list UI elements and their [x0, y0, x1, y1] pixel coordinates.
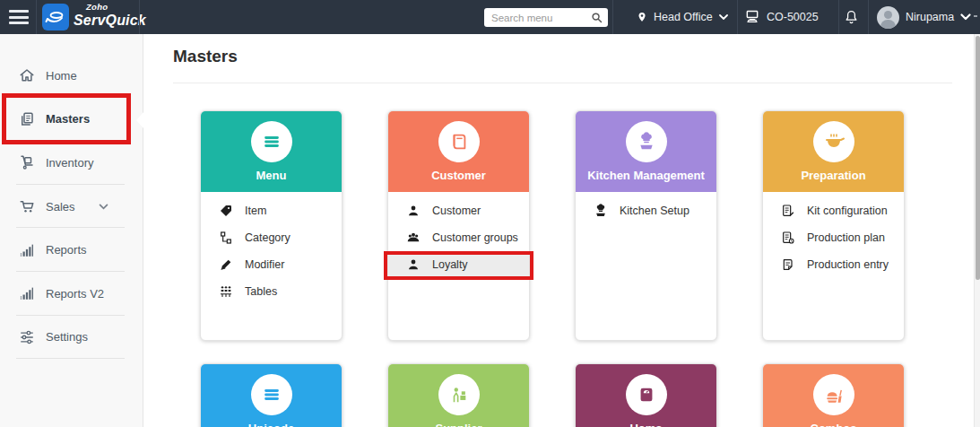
card-unicode-header[interactable]: Unicode: [201, 364, 342, 427]
item-label: Category: [245, 231, 291, 244]
logo-glyph-icon: [42, 4, 69, 30]
item-label: Tables: [245, 285, 277, 298]
card-icon-circle: [813, 121, 854, 162]
masters-icon: [19, 111, 35, 127]
sidebar-item-label: Reports V2: [46, 287, 104, 301]
menu-lines-icon: [262, 385, 282, 405]
production-plan-icon: [781, 231, 795, 245]
supplier-icon: [449, 385, 469, 405]
reports-icon: [19, 285, 35, 301]
inventory-icon: [19, 154, 35, 170]
scrollbar-top-cap: [974, 15, 977, 17]
terminal-label: CO-50025: [767, 11, 819, 23]
card-icon-circle: [251, 121, 292, 162]
topbar-divider: [737, 0, 738, 34]
topbar-divider: [838, 0, 839, 34]
chevron-down-icon: [719, 14, 728, 20]
sidebar-item-masters[interactable]: Masters: [0, 98, 143, 142]
card-customer-header[interactable]: Customer: [388, 111, 529, 192]
search-icon[interactable]: [590, 11, 603, 24]
tag-icon: [219, 204, 233, 218]
brand-text: Zoho ServQuick: [74, 3, 146, 28]
card-customer: Customer Customer Customer groups: [387, 110, 530, 341]
card-supplier-header[interactable]: Supplier: [388, 364, 529, 427]
scrollbar-track[interactable]: [974, 34, 980, 427]
user-menu[interactable]: Nirupama: [877, 0, 971, 34]
card-kitchen-management: Kitchen Management Kitchen Setup: [575, 110, 717, 341]
location-pin-icon: [637, 10, 647, 24]
production-entry-icon: [781, 257, 795, 272]
bell-icon[interactable]: [844, 9, 859, 25]
card-title: Uoms: [576, 422, 716, 427]
chef-icon: [594, 204, 608, 218]
sidebar-item-settings[interactable]: Settings: [0, 316, 143, 360]
title-divider: [173, 83, 952, 83]
item-label: Production entry: [807, 258, 889, 271]
person-icon: [406, 257, 421, 272]
card-title: Customer: [388, 169, 529, 182]
category-icon: [219, 231, 233, 245]
card-menu: Menu Item Category: [200, 110, 343, 341]
card-combos-header[interactable]: Combos: [763, 364, 904, 427]
card-icon-circle: [626, 121, 667, 162]
item-row-modifier[interactable]: Modifier: [201, 251, 342, 278]
item-row-kitchen-setup[interactable]: Kitchen Setup: [576, 197, 716, 224]
kit-configuration-icon: [781, 204, 795, 218]
item-row-kit-configuration[interactable]: Kit configuration: [763, 197, 904, 224]
item-label: Kitchen Setup: [620, 205, 689, 217]
chevron-down-icon: [99, 204, 108, 210]
sidebar-item-label: Masters: [46, 112, 90, 126]
card-title: Supplier: [388, 422, 529, 427]
card-title: Preparation: [763, 169, 904, 182]
chef-icon: [637, 132, 656, 152]
item-row-production-entry[interactable]: Production entry: [763, 251, 904, 278]
card-uoms: Uoms: [575, 363, 717, 427]
card-icon-circle: [438, 374, 480, 415]
card-unicode: Unicode: [200, 363, 343, 427]
item-label: Item: [245, 205, 266, 217]
location-label: Head Office: [654, 11, 713, 23]
item-row-category[interactable]: Category: [201, 224, 342, 251]
sidebar: Home Masters Inventory Sales: [0, 34, 143, 427]
zoho-servquick-logo[interactable]: [42, 4, 69, 30]
item-row-production-plan[interactable]: Production plan: [763, 224, 904, 251]
tables-icon: [219, 284, 233, 299]
card-supplier: Supplier: [387, 363, 530, 427]
user-name: Nirupama: [906, 11, 954, 23]
card-title: Combos: [763, 422, 904, 427]
item-row-loyalty[interactable]: Loyalty: [388, 251, 529, 278]
sidebar-item-sales[interactable]: Sales: [0, 185, 143, 229]
sidebar-item-label: Settings: [46, 330, 88, 344]
card-uoms-header[interactable]: Uoms: [576, 364, 716, 427]
card-title: Unicode: [201, 422, 342, 427]
location-selector[interactable]: Head Office: [637, 0, 728, 34]
card-kitchen-management-header[interactable]: Kitchen Management: [576, 111, 716, 192]
sidebar-item-reports[interactable]: Reports: [0, 228, 143, 272]
chevron-down-icon: [960, 13, 971, 21]
item-label: Loyalty: [432, 258, 468, 271]
item-row-tables[interactable]: Tables: [201, 278, 342, 305]
item-row-item[interactable]: Item: [201, 197, 342, 224]
card-preparation-header[interactable]: Preparation: [763, 111, 904, 192]
card-menu-header[interactable]: Menu: [201, 111, 342, 192]
settings-sliders-icon: [19, 329, 35, 345]
item-row-customer-groups[interactable]: Customer groups: [388, 224, 529, 251]
item-label: Kit configuration: [807, 205, 888, 217]
brand-product: ServQuick: [74, 13, 146, 28]
terminal-selector[interactable]: CO-50025: [744, 0, 819, 34]
scale-icon: [637, 385, 656, 405]
item-label: Customer groups: [432, 231, 518, 244]
item-row-customer[interactable]: Customer: [388, 197, 529, 224]
sidebar-item-label: Sales: [46, 200, 75, 214]
sidebar-item-home[interactable]: Home: [0, 54, 143, 98]
topbar-divider: [36, 0, 37, 34]
menu-lines-icon: [262, 132, 282, 152]
sidebar-item-inventory[interactable]: Inventory: [0, 141, 143, 185]
hamburger-menu-icon[interactable]: [9, 10, 29, 24]
scrollbar-thumb[interactable]: [976, 36, 980, 280]
main-content: Masters Menu Item: [144, 34, 974, 427]
book-icon: [449, 132, 469, 152]
sidebar-item-reports-v2[interactable]: Reports V2: [0, 272, 143, 316]
topbar-divider: [868, 0, 869, 34]
brand-zoho: Zoho: [86, 3, 146, 12]
